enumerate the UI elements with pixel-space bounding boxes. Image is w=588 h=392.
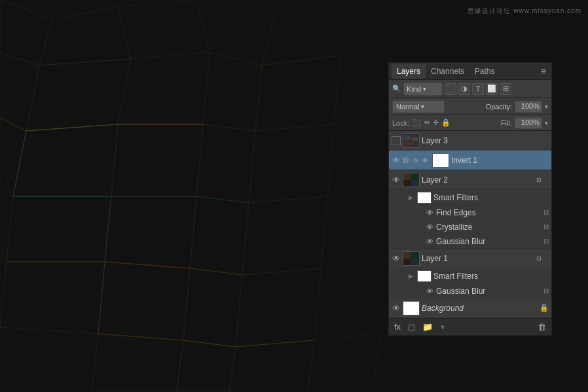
invert1-extra-icon: ◷ xyxy=(413,156,420,164)
smart-filter-thumb-layer2 xyxy=(417,192,432,204)
layer2-visibility[interactable]: 👁 xyxy=(392,175,401,185)
filter-shape-btn[interactable]: ⬜ xyxy=(486,83,498,95)
svg-rect-43 xyxy=(405,135,411,139)
layer-row-background[interactable]: 👁 Background 🔒 xyxy=(389,298,551,318)
blend-mode-label: Normal xyxy=(396,103,419,111)
fill-input[interactable]: 100% xyxy=(515,117,542,129)
gaussian-blur-layer1-sliders[interactable]: ⊟ xyxy=(543,287,549,294)
find-edges-sliders[interactable]: ⊟ xyxy=(543,209,549,216)
blend-bar: Normal ▾ Opacity: 100% ▾ xyxy=(389,98,551,115)
blend-mode-arrow: ▾ xyxy=(421,103,424,110)
svg-rect-50 xyxy=(411,173,419,179)
layer-row-layer3[interactable]: Layer 3 xyxy=(389,131,551,151)
opacity-group: Opacity: 100% ▾ xyxy=(486,101,548,113)
filter-smart-btn[interactable]: ⊞ xyxy=(500,83,511,95)
layer2-name: Layer 2 xyxy=(422,175,534,185)
svg-rect-48 xyxy=(411,180,419,187)
tab-channels[interactable]: Channels xyxy=(426,64,469,79)
search-icon: 🔍 xyxy=(392,84,401,93)
lock-all-btn[interactable]: 🔒 xyxy=(441,118,450,127)
smart-filter-thumb-layer1 xyxy=(417,270,432,282)
gaussian-blur-layer1-name: Gaussian Blur xyxy=(436,287,542,296)
filter-pixel-btn[interactable]: ⬛ xyxy=(445,83,456,95)
lock-transparent-btn[interactable]: ⬛ xyxy=(413,118,422,127)
gaussian-blur-layer2-visibility[interactable]: 👁 xyxy=(425,237,434,246)
layer1-name: Layer 1 xyxy=(422,254,534,263)
delete-layer-btn[interactable]: 🗑 xyxy=(536,321,548,333)
tab-layers[interactable]: Layers xyxy=(392,64,426,79)
layer3-visibility-check[interactable] xyxy=(392,136,401,145)
svg-rect-54 xyxy=(403,258,411,265)
find-edges-name: Find Edges xyxy=(436,208,542,217)
smart-filter-arrow-layer1[interactable]: ▶ xyxy=(409,273,415,279)
layer-row-invert1[interactable]: 👁 ⛓ ◷ ⊕ Invert 1 xyxy=(389,151,551,170)
layer2-thumb xyxy=(403,173,420,187)
gaussian-blur-layer2-row[interactable]: 👁 Gaussian Blur ⊟ xyxy=(389,234,551,249)
gaussian-blur-layer2-name: Gaussian Blur xyxy=(436,237,542,246)
svg-rect-44 xyxy=(412,137,418,141)
invert1-smart-icon: ⊕ xyxy=(422,156,430,164)
background-visibility[interactable]: 👁 xyxy=(392,304,401,313)
lock-label: Lock: xyxy=(392,119,409,127)
filter-adjust-btn[interactable]: ◑ xyxy=(458,83,470,95)
svg-rect-52 xyxy=(403,251,411,258)
layer1-visibility[interactable]: 👁 xyxy=(392,254,401,263)
layer1-thumb xyxy=(403,251,420,266)
filter-text-btn[interactable]: T xyxy=(472,83,484,95)
layers-panel: Layers Channels Paths ≡ 🔍 Kind ▾ ⬛ ◑ T ⬜… xyxy=(388,62,552,336)
background-lock-icon: 🔒 xyxy=(540,304,549,312)
kind-filter-select[interactable]: Kind ▾ xyxy=(403,82,443,96)
lock-icons: ⬛ ✏ ✛ 🔒 xyxy=(413,118,450,127)
filter-bar: 🔍 Kind ▾ ⬛ ◑ T ⬜ ⊞ xyxy=(389,80,551,98)
smart-filter-header-layer1: ▶ Smart Filters xyxy=(389,268,551,284)
find-edges-row[interactable]: 👁 Find Edges ⊟ xyxy=(389,205,551,220)
background-thumb xyxy=(403,301,420,315)
blend-mode-select[interactable]: Normal ▾ xyxy=(392,100,445,113)
panel-bottom: fx ◻ 📁 + 🗑 xyxy=(389,318,551,335)
opacity-label: Opacity: xyxy=(486,103,512,111)
layers-list: Layer 3 👁 ⛓ ◷ ⊕ Invert 1 👁 Lay xyxy=(389,131,551,318)
panel-menu-icon[interactable]: ≡ xyxy=(538,65,549,78)
layer-row-layer2[interactable]: 👁 Layer 2 ⊡ xyxy=(389,170,551,190)
svg-rect-49 xyxy=(403,180,411,187)
new-style-btn[interactable]: fx xyxy=(392,321,403,333)
lock-pixels-btn[interactable]: ✏ xyxy=(424,118,430,127)
kind-filter-label: Kind xyxy=(407,85,421,93)
lock-position-btn[interactable]: ✛ xyxy=(433,118,439,127)
crystallize-visibility[interactable]: 👁 xyxy=(425,223,434,232)
gaussian-blur-layer1-visibility[interactable]: 👁 xyxy=(425,287,434,296)
gaussian-blur-layer2-sliders[interactable]: ⊟ xyxy=(543,238,549,245)
fill-arrow[interactable]: ▾ xyxy=(545,120,548,126)
svg-rect-47 xyxy=(403,173,411,179)
svg-rect-53 xyxy=(411,258,419,265)
background-name: Background xyxy=(422,304,538,313)
invert1-visibility[interactable]: 👁 xyxy=(392,156,401,165)
invert1-thumb xyxy=(432,153,449,168)
watermark: 思缘设计论坛 www.missyuan.com xyxy=(468,7,581,16)
invert1-name: Invert 1 xyxy=(451,156,549,165)
layer1-smart-icon: ⊡ xyxy=(536,255,542,262)
opacity-arrow[interactable]: ▾ xyxy=(545,103,548,110)
lock-bar: Lock: ⬛ ✏ ✛ 🔒 Fill: 100% ▾ xyxy=(389,115,551,131)
smart-filter-label-layer1: Smart Filters xyxy=(433,272,549,281)
new-group-btn[interactable]: 📁 xyxy=(420,321,435,333)
kind-filter-arrow: ▾ xyxy=(423,86,426,92)
svg-rect-45 xyxy=(405,141,413,145)
new-fill-btn[interactable]: ◻ xyxy=(406,321,417,333)
new-layer-btn[interactable]: + xyxy=(438,321,447,333)
crystallize-sliders[interactable]: ⊟ xyxy=(543,223,549,230)
crystallize-row[interactable]: 👁 Crystallize ⊟ xyxy=(389,220,551,234)
smart-filter-arrow-layer2[interactable]: ▶ xyxy=(409,194,415,201)
layer3-thumb xyxy=(403,134,420,148)
layer-row-layer1[interactable]: 👁 Layer 1 ⊡ xyxy=(389,249,551,268)
smart-filter-label-layer2: Smart Filters xyxy=(433,193,549,202)
fill-group: Fill: 100% ▾ xyxy=(501,117,548,129)
gaussian-blur-layer1-row[interactable]: 👁 Gaussian Blur ⊟ xyxy=(389,284,551,298)
opacity-input[interactable]: 100% xyxy=(515,101,542,113)
filter-icons: ⬛ ◑ T ⬜ ⊞ xyxy=(445,83,511,95)
tab-paths[interactable]: Paths xyxy=(469,64,500,79)
find-edges-visibility[interactable]: 👁 xyxy=(425,208,434,217)
layer2-smart-icon: ⊡ xyxy=(536,177,542,183)
smart-filter-header-layer2: ▶ Smart Filters xyxy=(389,190,551,205)
svg-rect-55 xyxy=(411,251,419,258)
